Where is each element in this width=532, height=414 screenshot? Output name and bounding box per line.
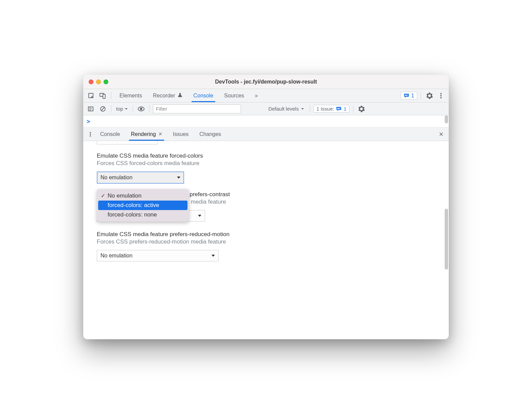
- chevron-down-icon: [125, 107, 128, 111]
- svg-point-19: [90, 134, 91, 135]
- partial-prev-select[interactable]: [97, 141, 158, 144]
- flask-icon: [177, 92, 183, 99]
- console-toolbar: top Filter Default levels 1 Issue: 1: [83, 102, 449, 115]
- separator: [111, 92, 111, 99]
- tab-recorder[interactable]: Recorder: [148, 89, 187, 102]
- section-title: e prefers-contrast: [185, 191, 435, 198]
- separator: [133, 105, 133, 113]
- prefers-reduced-motion-section: Emulate CSS media feature prefers-reduce…: [97, 231, 435, 261]
- svg-line-12: [101, 107, 105, 111]
- separator: [421, 92, 421, 99]
- drawer-tab-changes[interactable]: Changes: [195, 128, 226, 141]
- dropdown-option-forced-colors-active[interactable]: forced-colors: active: [98, 201, 187, 210]
- option-label: No emulation: [108, 192, 141, 199]
- issues-badge[interactable]: 1: [401, 92, 417, 100]
- separator: [310, 105, 310, 113]
- tab-label: Sources: [224, 93, 244, 99]
- svg-point-20: [90, 135, 91, 137]
- section-description: Forces CSS prefers-reduced-motion media …: [97, 238, 435, 245]
- chevron-down-icon: [198, 215, 201, 217]
- settings-button[interactable]: [424, 91, 435, 101]
- drawer-tab-issues[interactable]: Issues: [168, 128, 193, 141]
- separator: [111, 105, 111, 113]
- tab-label: Changes: [199, 131, 221, 137]
- section-title: Emulate CSS media feature forced-colors: [97, 153, 435, 159]
- minimize-window-button[interactable]: [96, 79, 101, 84]
- chevron-down-icon: [301, 107, 304, 111]
- clear-console-button[interactable]: [98, 104, 108, 114]
- console-filter-input[interactable]: Filter: [153, 105, 241, 113]
- drawer-menu-button[interactable]: [87, 132, 94, 137]
- devtools-window: DevTools - jec.fyi/demo/pup-slow-result …: [83, 75, 449, 339]
- console-input-row[interactable]: >: [83, 115, 449, 128]
- separator: [353, 105, 353, 113]
- svg-rect-4: [405, 95, 408, 95]
- forced-colors-select[interactable]: No emulation: [97, 171, 184, 184]
- drawer-tabstrip: Console Rendering × Issues Changes ×: [83, 128, 449, 141]
- inspect-element-button[interactable]: [86, 91, 96, 101]
- separator: [149, 105, 150, 113]
- svg-point-18: [90, 132, 91, 133]
- main-tabstrip: Elements Recorder Console Sources » 1: [83, 89, 449, 102]
- chat-icon: [404, 93, 409, 98]
- forced-colors-dropdown: ✓ No emulation forced-colors: active for…: [97, 189, 189, 222]
- scrollbar-thumb[interactable]: [445, 209, 448, 270]
- svg-point-14: [140, 108, 142, 110]
- forced-colors-section: Emulate CSS media feature forced-colors …: [97, 153, 435, 184]
- tabs-overflow-button[interactable]: »: [250, 89, 263, 102]
- tab-sources[interactable]: Sources: [219, 89, 249, 102]
- option-label: forced-colors: none: [108, 211, 157, 218]
- tab-console[interactable]: Console: [189, 89, 218, 102]
- issue-count: 1: [411, 93, 414, 99]
- close-window-button[interactable]: [89, 79, 93, 84]
- option-label: forced-colors: active: [108, 202, 159, 208]
- live-expression-button[interactable]: [136, 104, 146, 114]
- tab-elements[interactable]: Elements: [115, 89, 147, 102]
- section-description: st media feature: [185, 199, 435, 205]
- tab-label: Issues: [173, 131, 189, 137]
- prefers-reduced-motion-select[interactable]: No emulation: [97, 250, 219, 261]
- log-levels-selector[interactable]: Default levels: [266, 106, 306, 112]
- device-toolbar-button[interactable]: [97, 91, 108, 101]
- drawer-tab-rendering[interactable]: Rendering ×: [126, 128, 167, 141]
- rendering-panel: Emulate CSS media feature forced-colors …: [83, 141, 449, 339]
- context-label: top: [116, 106, 123, 112]
- filter-placeholder: Filter: [156, 106, 167, 112]
- section-description: Forces CSS forced-colors media feature: [97, 160, 435, 167]
- tab-label: Console: [194, 93, 214, 99]
- section-title: Emulate CSS media feature prefers-reduce…: [97, 231, 435, 238]
- svg-rect-17: [337, 109, 339, 109]
- tab-label: Rendering: [131, 131, 156, 137]
- levels-label: Default levels: [268, 106, 299, 112]
- dropdown-option-forced-colors-none[interactable]: forced-colors: none: [98, 210, 187, 220]
- issues-count: 1: [343, 106, 346, 112]
- chevron-down-icon: [177, 177, 180, 179]
- tab-label: Recorder: [153, 93, 175, 99]
- dropdown-option-no-emulation[interactable]: ✓ No emulation: [98, 191, 187, 201]
- tab-label: Console: [100, 131, 120, 137]
- overflow-glyph: »: [255, 93, 258, 99]
- issues-label: 1 Issue:: [316, 106, 334, 112]
- select-value: No emulation: [101, 253, 132, 259]
- svg-rect-16: [337, 108, 340, 109]
- check-icon: ✓: [101, 192, 105, 199]
- svg-rect-5: [405, 95, 407, 96]
- svg-rect-9: [88, 107, 93, 111]
- window-controls: [83, 79, 108, 84]
- console-issues-button[interactable]: 1 Issue: 1: [313, 105, 350, 113]
- drawer-tab-console[interactable]: Console: [95, 128, 125, 141]
- scrollbar-thumb[interactable]: [445, 115, 448, 123]
- close-drawer-button[interactable]: ×: [439, 130, 445, 139]
- close-tab-button[interactable]: ×: [159, 131, 162, 138]
- svg-point-8: [440, 97, 442, 98]
- maximize-window-button[interactable]: [104, 79, 108, 84]
- main-menu-button[interactable]: [436, 91, 446, 101]
- select-value: No emulation: [101, 175, 132, 181]
- titlebar: DevTools - jec.fyi/demo/pup-slow-result: [83, 75, 449, 89]
- execution-context-selector[interactable]: top: [115, 106, 129, 112]
- chat-icon: [336, 107, 341, 111]
- console-sidebar-toggle-button[interactable]: [86, 104, 95, 114]
- chevron-down-icon: [212, 255, 215, 257]
- console-settings-button[interactable]: [357, 104, 366, 114]
- svg-point-6: [440, 93, 442, 94]
